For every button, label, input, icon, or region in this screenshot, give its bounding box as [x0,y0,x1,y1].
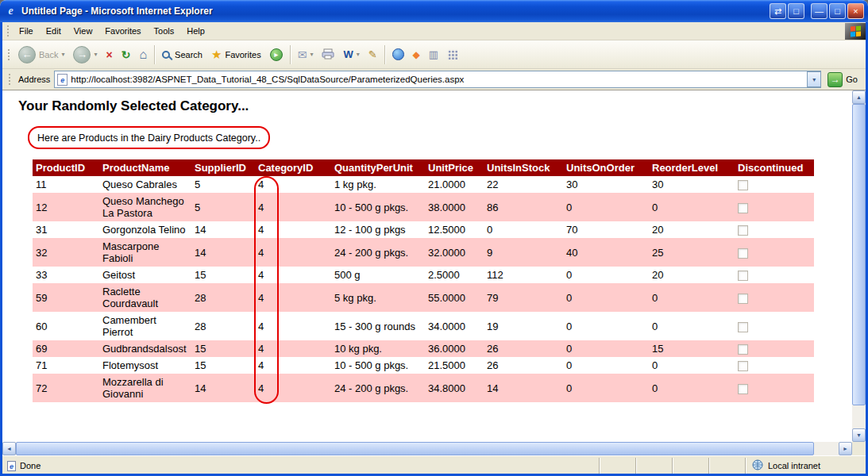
minimize-button[interactable]: — [811,3,827,19]
table-cell: 15 [191,357,255,374]
search-label: Search [175,50,203,60]
favorites-label: Favorites [225,50,260,60]
table-cell: Queso Manchego La Pastora [99,193,191,221]
maximize-button[interactable]: □ [829,3,846,19]
edit-button[interactable]: ✎ [365,43,381,67]
go-label: Go [846,75,858,84]
menu-view[interactable]: View [68,23,99,39]
table-cell: 31 [33,221,99,238]
table-row: 11Queso Cabrales541 kg pkg.21.0000223030 [33,176,814,193]
table-cell: 86 [484,193,563,221]
menu-file[interactable]: File [13,23,40,39]
messenger-button[interactable] [388,43,408,67]
menu-bar: File Edit View Favorites Tools Help [2,22,866,40]
media-button[interactable]: ▸ [266,43,287,67]
swap-window-button[interactable]: ⇄ [770,3,786,19]
table-cell: 69 [33,340,99,357]
table-cell: 28 [191,283,255,312]
stop-icon: × [106,48,113,61]
address-input[interactable] [68,72,807,86]
menu-favorites[interactable]: Favorites [98,23,147,39]
edit-with-word-button[interactable]: W ▾ [339,43,363,67]
table-cell: 4 [255,221,331,238]
mail-caret-icon: ▾ [310,51,313,58]
address-dropdown-button[interactable]: ▾ [807,71,820,87]
home-button[interactable]: ⌂ [135,43,151,67]
vertical-scrollbar[interactable]: ▲ ▼ [852,90,866,442]
scroll-right-button[interactable]: ► [839,442,852,455]
annotation-oval-category-label: Here are Products in the Dairy Products … [28,126,270,149]
mail-button[interactable]: ✉ ▾ [294,43,318,67]
close-button[interactable]: × [847,3,864,19]
mail-icon: ✉ [298,48,307,61]
table-cell: 0 [649,357,735,374]
toolbar-grip-handle[interactable] [7,48,11,61]
search-button[interactable]: Search [158,43,206,67]
menu-help[interactable]: Help [180,23,211,39]
search-icon [162,51,170,59]
horizontal-scrollbar[interactable]: ◄ ► [2,442,852,455]
table-cell: 0 [563,374,649,402]
back-button[interactable]: ← Back ▾ [14,43,68,67]
stop-button[interactable]: × [102,43,117,67]
msn-button[interactable]: ◆ [409,43,424,67]
vertical-scroll-thumb[interactable] [852,104,866,405]
address-field[interactable]: e ▾ [54,71,821,88]
table-cell: 19 [484,312,563,340]
title-bar[interactable]: e Untitled Page - Microsoft Internet Exp… [0,0,868,22]
menubar-grip-handle[interactable] [6,25,10,37]
table-cell: 38.0000 [425,193,484,221]
table-cell: 21.5000 [425,357,484,374]
column-header-supplierid: SupplierID [191,159,255,176]
home-icon: ⌂ [139,48,147,61]
sites-button[interactable]: ▥ [425,43,442,67]
status-pane [635,458,672,474]
vertical-scroll-track[interactable] [852,104,866,428]
scroll-up-button[interactable]: ▲ [852,90,866,104]
menu-tools[interactable]: Tools [148,23,181,39]
table-cell: 15 [191,267,255,283]
menu-edit[interactable]: Edit [40,23,68,39]
table-cell: 60 [33,312,99,340]
windows-flag-icon [851,25,861,36]
table-cell: 4 [255,374,331,402]
table-cell: 72 [33,374,99,402]
go-button[interactable]: → Go [825,72,862,87]
table-row: 12Queso Manchego La Pastora5410 - 500 g … [33,193,814,221]
table-cell: 1 kg pkg. [331,176,425,193]
table-cell: 10 - 500 g pkgs. [331,193,425,221]
table-cell: Geitost [99,267,191,283]
table-cell: 14 [191,221,255,238]
address-label: Address [18,75,50,84]
windows-logo [845,23,866,40]
table-cell: 26 [484,357,563,374]
table-cell: 4 [255,193,331,221]
horizontal-scroll-track[interactable] [16,442,839,455]
print-button[interactable] [318,43,338,67]
table-cell: 9 [484,238,563,267]
table-cell: 4 [255,357,331,374]
table-cell: 5 [191,176,255,193]
column-header-discontinued: Discontinued [735,159,814,176]
scroll-left-button[interactable]: ◄ [2,442,16,455]
table-cell: 32 [33,238,99,267]
discontinued-checkbox [738,384,748,394]
column-header-reorderlevel: ReorderLevel [649,159,735,176]
addressbar-grip-handle[interactable] [8,73,12,86]
table-cell: 20 [649,221,735,238]
grid-button[interactable] [443,43,461,67]
table-row: 72Mozzarella di Giovanni14424 - 200 g pk… [33,374,814,402]
table-cell: 0 [563,283,649,312]
forward-button[interactable]: → ▾ [69,43,101,67]
horizontal-scroll-thumb[interactable] [16,442,814,455]
table-cell: 71 [33,357,99,374]
table-cell: 22 [484,176,563,193]
table-cell: 10 kg pkg. [331,340,425,357]
refresh-button[interactable]: ↻ [118,43,135,67]
table-header-row: ProductID ProductName SupplierID Categor… [33,159,814,176]
scroll-down-button[interactable]: ▼ [852,428,866,442]
favorites-button[interactable]: ★ Favorites [207,43,265,67]
back-label: Back [39,50,58,60]
restore-window-button[interactable]: □ [788,3,804,19]
discontinued-checkbox [738,248,748,259]
